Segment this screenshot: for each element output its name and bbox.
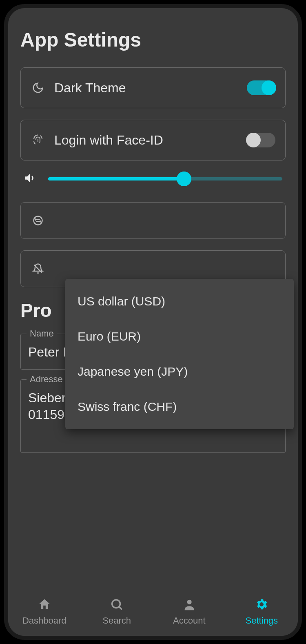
slider-knob[interactable]	[177, 172, 191, 186]
name-field-label: Name	[27, 328, 57, 339]
home-icon	[38, 597, 51, 614]
nav-settings[interactable]: Settings	[226, 587, 298, 636]
currency-exchange-icon	[31, 213, 45, 228]
volume-icon	[24, 172, 36, 186]
bell-off-icon	[31, 261, 45, 276]
face-id-label: Login with Face-ID	[54, 133, 247, 148]
dark-theme-toggle[interactable]	[247, 80, 275, 95]
page-title: App Settings	[20, 29, 286, 51]
face-id-row[interactable]: Login with Face-ID	[20, 120, 286, 160]
currency-dropdown-menu: US dollar (USD) Euro (EUR) Japanese yen …	[65, 279, 294, 429]
gear-icon	[255, 597, 268, 614]
search-icon	[110, 597, 124, 614]
currency-option-eur[interactable]: Euro (EUR)	[65, 319, 294, 354]
bottom-nav: Dashboard Search Account Settings	[8, 587, 298, 636]
svg-point-2	[187, 599, 191, 604]
dark-theme-label: Dark Theme	[54, 80, 247, 96]
toggle-knob	[262, 80, 276, 95]
content-area: Dark Theme Login with Face-ID	[20, 67, 286, 636]
slider-fill	[48, 177, 184, 180]
nav-label: Dashboard	[22, 615, 67, 626]
address-field-label: Adresse	[27, 374, 66, 385]
moon-icon	[31, 80, 45, 95]
svg-point-1	[112, 599, 120, 608]
volume-row	[20, 172, 286, 186]
currency-option-chf[interactable]: Swiss franc (CHF)	[65, 389, 294, 424]
dark-theme-row[interactable]: Dark Theme	[20, 67, 286, 108]
volume-slider[interactable]	[48, 177, 282, 180]
screen: App Settings Dark Theme	[8, 8, 298, 636]
nav-account[interactable]: Account	[153, 587, 226, 636]
face-id-toggle[interactable]	[247, 133, 275, 147]
currency-row[interactable]	[20, 202, 286, 239]
nav-dashboard[interactable]: Dashboard	[8, 587, 81, 636]
currency-option-jpy[interactable]: Japanese yen (JPY)	[65, 354, 294, 389]
device-frame: App Settings Dark Theme	[4, 4, 302, 640]
person-icon	[182, 597, 196, 614]
currency-option-usd[interactable]: US dollar (USD)	[65, 284, 294, 319]
svg-point-0	[34, 216, 42, 225]
nav-label: Settings	[246, 615, 278, 626]
nav-label: Account	[173, 615, 206, 626]
nav-label: Search	[102, 615, 131, 626]
toggle-knob	[246, 133, 261, 147]
nav-search[interactable]: Search	[81, 587, 153, 636]
fingerprint-icon	[31, 133, 45, 147]
